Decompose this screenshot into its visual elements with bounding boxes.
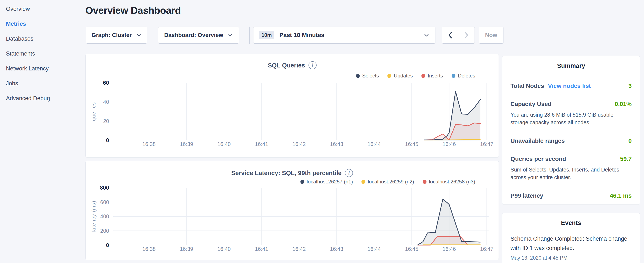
svg-text:16:45: 16:45 <box>405 246 418 252</box>
sql-queries-plot: 16:3816:3916:4016:4116:4216:4316:4416:45… <box>86 54 499 158</box>
svg-text:latency (ms): latency (ms) <box>91 200 96 232</box>
time-range-dropdown[interactable]: 10m Past 10 Minutes <box>253 27 436 44</box>
capacity-used-value: 0.01% <box>615 101 632 107</box>
page-title: Overview Dashboard <box>86 5 181 16</box>
db-console-page: Overview Metrics Databases Statements Ne… <box>0 0 644 263</box>
svg-text:16:41: 16:41 <box>255 246 268 252</box>
svg-text:200: 200 <box>100 228 109 234</box>
svg-text:16:47: 16:47 <box>480 246 494 252</box>
sidebar: Overview Metrics Databases Statements Ne… <box>0 0 83 263</box>
svg-text:16:44: 16:44 <box>368 141 381 147</box>
sidebar-item-databases[interactable]: Databases <box>6 34 83 49</box>
graph-scope-dropdown[interactable]: Graph: Cluster <box>86 27 147 44</box>
svg-text:16:42: 16:42 <box>292 141 306 147</box>
event-item[interactable]: Schema Change Completed: Schema change w… <box>510 234 632 253</box>
svg-text:16:39: 16:39 <box>180 246 193 252</box>
svg-text:16:45: 16:45 <box>405 141 418 147</box>
svg-text:60: 60 <box>103 80 109 86</box>
service-latency-chart-card: Service Latency: SQL, 99th percentile i … <box>86 161 499 260</box>
total-nodes-value: 3 <box>628 83 632 89</box>
events-panel: Events Schema Change Completed: Schema c… <box>502 213 640 263</box>
svg-text:16:41: 16:41 <box>255 141 268 147</box>
graph-scope-label: Graph: Cluster <box>92 32 132 39</box>
summary-rows: Total Nodes View nodes list 3 Capacity U… <box>510 77 632 205</box>
service-latency-plot: 16:3816:3916:4016:4116:4216:4316:4416:45… <box>86 161 499 260</box>
view-nodes-list-link[interactable]: View nodes list <box>548 83 591 89</box>
svg-text:400: 400 <box>100 213 109 219</box>
svg-text:16:46: 16:46 <box>442 246 456 252</box>
svg-text:16:39: 16:39 <box>180 141 193 147</box>
svg-text:0: 0 <box>106 137 109 143</box>
sql-queries-chart-card: SQL Queries i Selects Updates Inserts De… <box>86 54 499 158</box>
sidebar-item-jobs[interactable]: Jobs <box>6 79 83 94</box>
controls-divider <box>249 27 250 44</box>
dashboard-label: Dashboard: Overview <box>164 32 223 39</box>
sidebar-item-overview[interactable]: Overview <box>6 4 83 19</box>
time-range-badge: 10m <box>259 31 274 39</box>
svg-text:20: 20 <box>103 118 109 124</box>
summary-panel: Summary Total Nodes View nodes list 3 Ca… <box>502 56 640 205</box>
summary-row-queries-per-second: Queries per second 59.7 Sum of Selects, … <box>510 150 632 187</box>
svg-text:16:47: 16:47 <box>480 141 494 147</box>
sidebar-item-metrics[interactable]: Metrics <box>6 19 83 34</box>
chevron-left-icon <box>447 31 453 39</box>
controls-bar: Graph: Cluster Dashboard: Overview 10m P… <box>86 27 532 44</box>
svg-text:queries: queries <box>91 102 96 121</box>
svg-text:0: 0 <box>106 242 109 248</box>
summary-row-unavailable-ranges: Unavailable ranges 0 <box>510 132 632 150</box>
time-step-back-button[interactable] <box>442 27 458 43</box>
svg-text:16:43: 16:43 <box>330 141 343 147</box>
svg-text:16:40: 16:40 <box>217 141 231 147</box>
svg-text:16:38: 16:38 <box>142 141 156 147</box>
chevron-right-icon <box>463 31 470 39</box>
p99-latency-value: 46.1 ms <box>610 192 632 199</box>
chevron-down-icon <box>423 32 430 38</box>
event-timestamp: May 13, 2020 at 4:45 PM <box>510 255 632 261</box>
time-range-label: Past 10 Minutes <box>279 32 324 39</box>
summary-row-total-nodes: Total Nodes View nodes list 3 <box>510 77 632 95</box>
time-step-forward-button[interactable] <box>458 27 474 43</box>
svg-text:16:44: 16:44 <box>368 246 381 252</box>
summary-heading: Summary <box>510 62 632 69</box>
dashboard-dropdown[interactable]: Dashboard: Overview <box>158 27 239 44</box>
svg-text:800: 800 <box>100 184 109 191</box>
now-button[interactable]: Now <box>479 27 504 44</box>
svg-text:600: 600 <box>100 199 109 205</box>
summary-row-capacity-used: Capacity Used 0.01% You are using 28.6 M… <box>510 95 632 132</box>
unavailable-ranges-value: 0 <box>628 137 632 144</box>
summary-row-p99-latency: P99 latency 46.1 ms <box>510 187 632 205</box>
svg-text:16:46: 16:46 <box>442 141 456 147</box>
chevron-down-icon <box>228 32 233 38</box>
svg-text:16:43: 16:43 <box>330 246 343 252</box>
svg-text:40: 40 <box>103 99 109 105</box>
sidebar-item-statements[interactable]: Statements <box>6 49 83 64</box>
time-step-buttons <box>442 27 475 44</box>
svg-text:16:40: 16:40 <box>217 246 231 252</box>
events-heading: Events <box>510 219 632 226</box>
queries-per-second-value: 59.7 <box>620 156 632 162</box>
chevron-down-icon <box>136 32 142 38</box>
sidebar-item-network-latency[interactable]: Network Latency <box>6 64 83 79</box>
svg-text:16:38: 16:38 <box>142 246 156 252</box>
sidebar-item-advanced-debug[interactable]: Advanced Debug <box>6 94 83 109</box>
svg-text:16:42: 16:42 <box>292 246 306 252</box>
